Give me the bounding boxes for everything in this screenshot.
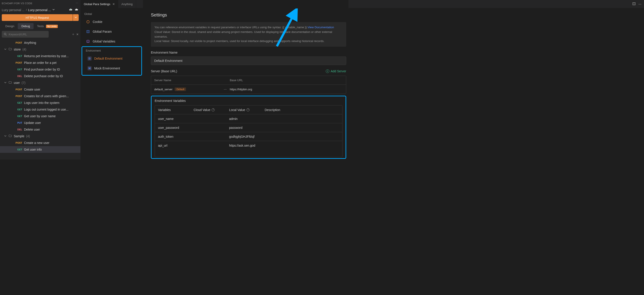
search-input[interactable] xyxy=(2,31,49,38)
method-badge: GET xyxy=(13,108,22,111)
add-server-label: Add Server xyxy=(331,69,346,73)
vars-row[interactable]: user_name admin xyxy=(155,114,342,123)
tab-anything[interactable]: Anything xyxy=(118,0,136,8)
breadcrumb-root[interactable]: Lucy personal ... xyxy=(2,8,25,12)
env-label: Mock Environment xyxy=(94,67,120,70)
env-default[interactable]: D Default Environment xyxy=(82,54,141,63)
settings-nav: Global Cookie Global Param x Global Vari… xyxy=(81,0,143,160)
cookie-icon xyxy=(86,20,90,24)
request-label: Find purchase order by ID xyxy=(24,68,60,71)
svg-point-7 xyxy=(88,31,88,32)
tree-request[interactable]: GET Logs out current logged in use... xyxy=(0,106,80,113)
chevron-down-icon[interactable] xyxy=(52,8,55,12)
vars-empty-row[interactable] xyxy=(155,150,342,157)
var-local[interactable]: admin xyxy=(229,117,265,121)
default-badge: Default xyxy=(175,87,186,91)
nav-label: Global Param xyxy=(93,30,112,33)
plus-icon: + xyxy=(326,69,329,73)
tree-folder[interactable]: user (7) xyxy=(0,79,80,86)
tree-request[interactable]: DEL Delete user xyxy=(0,126,80,133)
folder-icon xyxy=(8,81,12,85)
tab-debug[interactable]: Debug xyxy=(18,23,33,29)
tab-design[interactable]: Design xyxy=(2,23,18,29)
nav-cookie[interactable]: Cookie xyxy=(81,17,143,27)
base-url-value[interactable]: https://httpbin.org xyxy=(230,88,343,91)
param-icon xyxy=(86,30,90,34)
pin-icon[interactable]: ✧ xyxy=(72,33,74,36)
section-environment: Environment xyxy=(82,47,141,54)
env-letter-icon: M xyxy=(88,66,92,70)
env-name-input[interactable] xyxy=(151,57,346,65)
tree-request[interactable]: GET Get user info xyxy=(0,146,80,153)
chevron-down-icon xyxy=(4,134,7,138)
new-request-row: HTTP1/2 Request xyxy=(0,14,80,23)
tree-request[interactable]: POST Create a new user xyxy=(0,139,80,146)
folder-label: Sample xyxy=(14,134,24,138)
var-name[interactable]: api_url xyxy=(158,144,194,147)
server-row[interactable]: default_server Default ⋯ https://httpbin… xyxy=(151,85,346,94)
tree-request[interactable]: DEL Delete purchase order by ID xyxy=(0,73,80,79)
section-global: Global xyxy=(81,10,143,17)
banner-line3: Local Value: Stored locally, not visible… xyxy=(154,39,324,43)
env-vars-label: Environment Variables xyxy=(155,99,342,103)
cloud-upload-icon[interactable] xyxy=(75,8,78,12)
tree-request[interactable]: POST Place an order for a pet xyxy=(0,59,80,66)
tree-request[interactable]: POST Anything xyxy=(0,39,80,46)
method-badge: POST xyxy=(13,95,22,97)
extension-title-bar: ECHOAPI FOR VS CODE ⋯ xyxy=(0,0,80,7)
tree-request[interactable]: GET Get user by user name xyxy=(0,113,80,119)
more-icon[interactable]: ⋯ xyxy=(224,88,227,91)
env-label: Default Environment xyxy=(94,57,122,60)
new-request-dropdown[interactable] xyxy=(73,14,79,21)
request-label: Anything xyxy=(24,41,36,45)
chevron-down-icon xyxy=(4,48,7,51)
breadcrumb-current[interactable]: Lucy personal ... xyxy=(28,8,51,12)
mode-tabs: Design Debug Tests No Limits xyxy=(0,23,80,31)
help-icon[interactable]: ? xyxy=(246,108,250,111)
vars-row[interactable]: user_password password xyxy=(155,123,342,132)
server-table: Server Name Base URL default_server Defa… xyxy=(151,76,346,94)
var-local[interactable]: password xyxy=(229,126,265,129)
tab-tests[interactable]: Tests No Limits xyxy=(34,23,62,29)
more-icon[interactable]: ⋯ xyxy=(76,2,78,5)
server-table-head: Server Name Base URL xyxy=(151,76,346,85)
var-name[interactable]: auth_token xyxy=(158,135,194,138)
folder-count: (7) xyxy=(22,81,25,85)
add-server-button[interactable]: + Add Server xyxy=(326,69,346,73)
env-mock[interactable]: M Mock Environment xyxy=(82,63,141,73)
var-name[interactable]: user_password xyxy=(158,126,194,129)
help-icon[interactable]: ? xyxy=(212,108,215,111)
close-icon[interactable]: ✕ xyxy=(76,33,79,36)
var-local[interactable]: https://ask.sen.god xyxy=(229,144,265,147)
method-badge: POST xyxy=(13,88,22,91)
tab-global-para-settings[interactable]: Global Para Settings ✕ xyxy=(81,0,118,8)
chevron-down-icon xyxy=(4,81,7,85)
vars-table-head: Variables Cloud Value? Local Value? Desc… xyxy=(155,105,342,114)
tree-folder[interactable]: store (4) xyxy=(0,46,80,53)
banner-line2: Cloud Value: Stored in the cloud, shared… xyxy=(154,30,332,38)
vars-row[interactable]: api_url https://ask.sen.god xyxy=(155,141,342,150)
col-description: Description xyxy=(265,108,339,112)
request-label: Get user by user name xyxy=(24,114,56,118)
view-documentation-link[interactable]: View Documentation xyxy=(308,26,334,29)
tree-request[interactable]: PUT Update user xyxy=(0,119,80,126)
nav-global-variables[interactable]: x Global Variables xyxy=(81,37,143,46)
tree-request[interactable]: POST Creates list of users with given... xyxy=(0,93,80,99)
tree-request[interactable]: GET Find purchase order by ID xyxy=(0,66,80,73)
svg-point-4 xyxy=(87,21,88,22)
tree-request[interactable]: GET Returns pet inventories by stat... xyxy=(0,53,80,59)
var-local[interactable]: gsdhjghjGHJFfdsjf xyxy=(229,135,265,138)
nav-global-param[interactable]: Global Param xyxy=(81,27,143,37)
tab-label: Anything xyxy=(121,3,133,6)
close-icon[interactable]: ✕ xyxy=(112,3,115,6)
vars-row[interactable]: auth_token gsdhjghjGHJFfdsjf xyxy=(155,132,342,141)
tree-request[interactable]: GET Logs user into the system xyxy=(0,99,80,106)
tree-request[interactable]: POST Create user xyxy=(0,86,80,93)
breadcrumb-separator: / xyxy=(26,8,27,12)
cloud-download-icon[interactable] xyxy=(69,8,72,12)
extension-title: ECHOAPI FOR VS CODE xyxy=(2,2,32,5)
var-name[interactable]: user_name xyxy=(158,117,194,121)
new-request-button[interactable]: HTTP1/2 Request xyxy=(2,14,73,21)
folder-icon xyxy=(8,47,12,52)
tree-folder[interactable]: Sample (4) xyxy=(0,133,80,139)
